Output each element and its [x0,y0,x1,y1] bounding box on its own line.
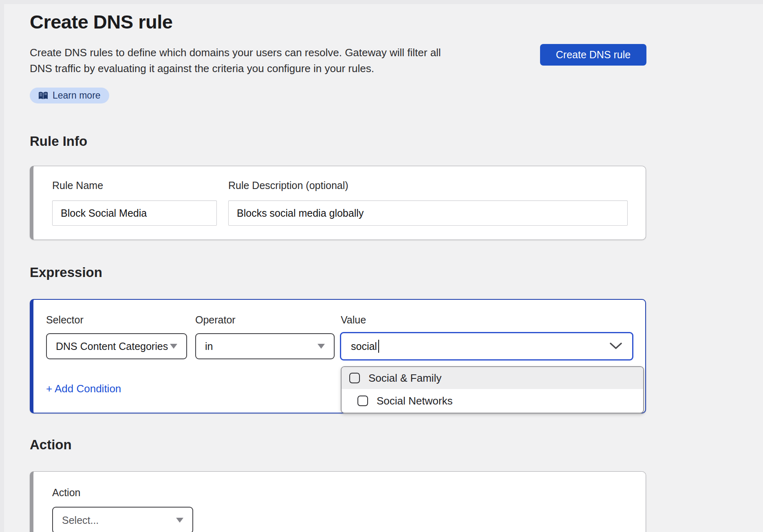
learn-more-label: Learn more [53,90,101,101]
rule-name-label: Rule Name [52,180,103,191]
dropdown-option-label: Social & Family [368,372,441,385]
rule-info-card: Rule Name Rule Description (optional) [30,166,646,240]
checkbox-icon[interactable] [349,373,360,383]
create-dns-rule-button[interactable]: Create DNS rule [540,44,646,66]
caret-down-icon [318,344,325,349]
rule-info-heading: Rule Info [30,134,87,149]
book-icon [38,92,48,100]
action-heading: Action [30,437,72,453]
value-dropdown-menu: Social & Family Social Networks [341,366,644,413]
operator-select-value: in [205,341,213,352]
page-edge-top [0,0,763,4]
dropdown-option-social-family[interactable]: Social & Family [342,367,643,389]
rule-name-input[interactable] [52,200,217,226]
chevron-down-icon [609,341,622,352]
action-label: Action [52,487,80,499]
action-card: Action Select... [30,471,646,532]
page-title: Create DNS rule [30,11,172,33]
create-dns-rule-page: Create DNS rule Create DNS rules to defi… [0,0,763,532]
action-select-placeholder: Select... [62,514,99,526]
rule-description-label: Rule Description (optional) [228,180,348,191]
action-select[interactable]: Select... [52,507,193,532]
value-combobox[interactable]: social [340,332,633,361]
caret-down-icon [170,344,177,349]
expression-heading: Expression [30,265,102,280]
text-cursor [378,340,379,353]
checkbox-icon[interactable] [357,396,368,406]
dropdown-option-social-networks[interactable]: Social Networks [342,389,643,413]
caret-down-icon [176,518,183,523]
dropdown-option-label: Social Networks [377,395,452,407]
value-label: Value [341,314,366,326]
operator-label: Operator [195,314,236,326]
operator-select[interactable]: in [195,333,335,359]
rule-description-input[interactable] [228,200,628,226]
selector-select-value: DNS Content Categories [56,341,168,352]
page-edge-left [0,0,4,532]
learn-more-badge[interactable]: Learn more [30,88,109,103]
page-description: Create DNS rules to define which domains… [30,45,445,77]
add-condition-link[interactable]: + Add Condition [46,383,121,395]
selector-label: Selector [46,314,84,326]
value-input-text: social [351,341,377,352]
selector-select[interactable]: DNS Content Categories [46,333,187,359]
